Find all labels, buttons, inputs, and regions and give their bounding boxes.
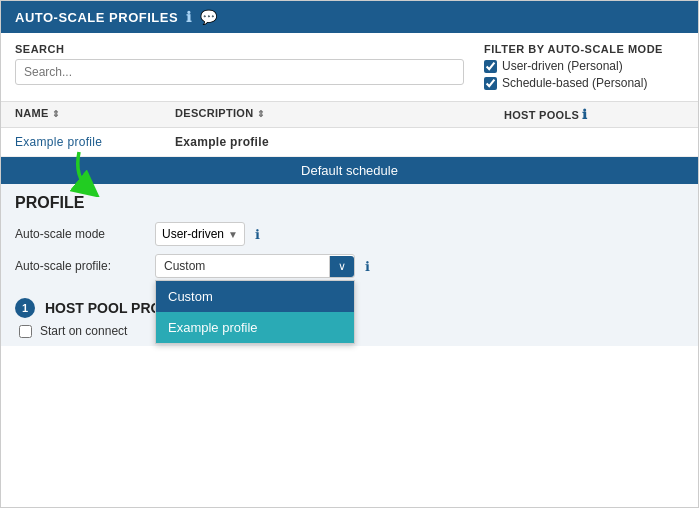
col-pools-header: HOST POOLS ℹ (504, 107, 684, 122)
autoscale-mode-value: User-driven (162, 227, 224, 241)
host-pool-number: 1 (15, 298, 35, 318)
filter-option-label-schedule-based: Schedule-based (Personal) (502, 76, 647, 90)
search-section: SEARCH (15, 43, 464, 93)
col-desc-header[interactable]: DESCRIPTION ⇕ (175, 107, 504, 122)
profile-section: PROFILE Auto-scale mode User-driven ▼ ℹ … (1, 184, 698, 292)
start-on-connect-checkbox[interactable] (19, 325, 32, 338)
main-container: AUTO-SCALE PROFILES ℹ 💬 SEARCH FILTER BY… (0, 0, 699, 508)
top-header: AUTO-SCALE PROFILES ℹ 💬 (1, 1, 698, 33)
autoscale-profile-dropdown-container: Custom ∨ Custom Example profile (155, 254, 355, 278)
filter-checkbox-user-driven[interactable] (484, 60, 497, 73)
start-on-connect-label: Start on connect (40, 324, 127, 338)
autoscale-profile-row: Auto-scale profile: Custom ∨ Custom Exam… (15, 254, 684, 278)
page-title: AUTO-SCALE PROFILES (15, 10, 178, 25)
autoscale-profile-info-icon[interactable]: ℹ (365, 259, 370, 274)
autoscale-mode-select[interactable]: User-driven ▼ (155, 222, 245, 246)
autoscale-profile-value: Custom (156, 255, 329, 277)
row-host-pools (504, 135, 684, 149)
row-description: Example profile (175, 135, 504, 149)
autoscale-mode-row: Auto-scale mode User-driven ▼ ℹ (15, 222, 684, 246)
table-header: NAME ⇕ DESCRIPTION ⇕ HOST POOLS ℹ (1, 101, 698, 128)
search-input[interactable] (15, 59, 464, 85)
host-pools-info-icon[interactable]: ℹ (582, 107, 587, 122)
autoscale-profile-dropdown[interactable]: Custom ∨ (155, 254, 355, 278)
chat-icon[interactable]: 💬 (200, 9, 218, 25)
filter-section: FILTER BY AUTO-SCALE MODE User-driven (P… (484, 43, 684, 93)
dropdown-option-custom[interactable]: Custom (156, 281, 354, 312)
profile-dropdown-btn[interactable]: ∨ (329, 256, 354, 277)
autoscale-mode-label: Auto-scale mode (15, 227, 145, 241)
col-name-header[interactable]: NAME ⇕ (15, 107, 175, 122)
filter-label: FILTER BY AUTO-SCALE MODE (484, 43, 684, 55)
dropdown-options: Custom Example profile (155, 280, 355, 344)
autoscale-mode-arrow: ▼ (228, 229, 238, 240)
name-sort-icon[interactable]: ⇕ (52, 109, 60, 119)
filter-option-user-driven: User-driven (Personal) (484, 59, 684, 73)
filter-option-label-user-driven: User-driven (Personal) (502, 59, 623, 73)
dropdown-option-example-profile[interactable]: Example profile (156, 312, 354, 343)
search-label: SEARCH (15, 43, 464, 55)
autoscale-profile-label: Auto-scale profile: (15, 259, 145, 273)
desc-sort-icon[interactable]: ⇕ (257, 109, 265, 119)
autoscale-mode-info-icon[interactable]: ℹ (255, 227, 260, 242)
info-icon[interactable]: ℹ (186, 9, 192, 25)
filter-option-schedule-based: Schedule-based (Personal) (484, 76, 684, 90)
green-arrow (69, 147, 119, 200)
filter-checkbox-schedule-based[interactable] (484, 77, 497, 90)
search-filter-row: SEARCH FILTER BY AUTO-SCALE MODE User-dr… (1, 33, 698, 101)
